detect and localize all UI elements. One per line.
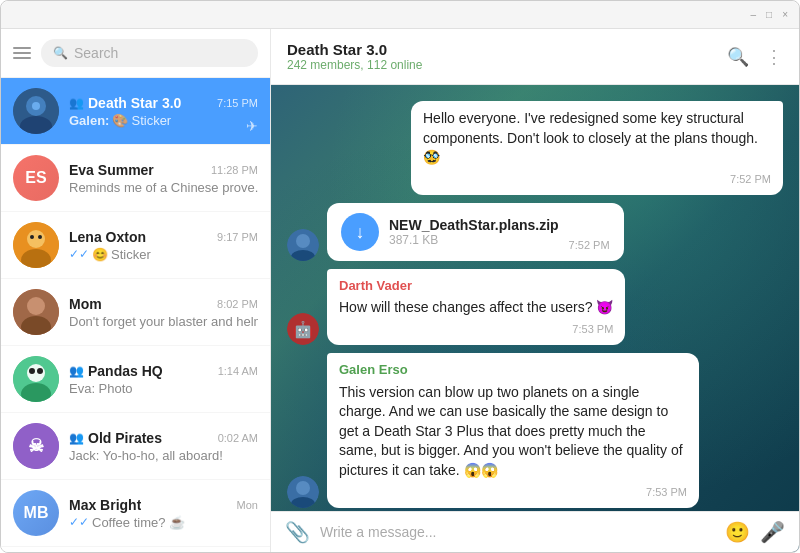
message-avatar [287, 476, 319, 508]
message-time: 7:53 PM [339, 485, 687, 500]
download-icon: ↓ [356, 222, 365, 243]
preview-text: Don't forget your blaster and helmet [69, 314, 258, 329]
hamburger-icon[interactable] [13, 47, 31, 59]
message-bubble: Galen Erso This version can blow up two … [327, 353, 699, 508]
svg-point-5 [27, 230, 45, 248]
chat-list: 👥 Death Star 3.0 7:15 PM Galen: 🎨 Sticke… [1, 78, 270, 552]
chat-name: Eva Summer [69, 162, 154, 178]
message-sender: Darth Vader [339, 277, 613, 295]
avatar: ☠ [13, 423, 59, 469]
file-size: 387.1 KB [389, 233, 559, 247]
preview-text: Sticker [111, 247, 151, 262]
chat-time: 1:14 AM [218, 365, 258, 377]
svg-point-8 [38, 235, 42, 239]
chat-preview: Eva: Photo [69, 381, 258, 396]
hamburger-line [13, 47, 31, 49]
group-icon: 👥 [69, 364, 84, 378]
file-name: NEW_DeathStar.plans.zip [389, 217, 559, 233]
message-avatar: 🤖 [287, 313, 319, 345]
chat-preview: Galen: 🎨 Sticker [69, 113, 258, 128]
preview-text: Sticker [131, 113, 171, 128]
attach-icon[interactable]: 📎 [285, 520, 310, 544]
message-input[interactable] [320, 524, 715, 540]
preview-sender: Galen: [69, 113, 109, 128]
chat-name: 👥 Old Pirates [69, 430, 162, 446]
preview-icon: 😊 [92, 247, 108, 262]
chat-item-lee[interactable]: Lee Mon We can call it Galaxy Star 7 ;) [1, 547, 270, 552]
message-text: Hello everyone. I've redesigned some key… [423, 109, 771, 168]
preview-icon: 🎨 [112, 113, 128, 128]
avatar [13, 88, 59, 134]
svg-point-13 [27, 364, 45, 382]
message-avatar [287, 229, 319, 261]
close-button[interactable]: × [779, 9, 791, 20]
check-icon: ✓✓ [69, 515, 89, 529]
chat-name-row: Lena Oxton 9:17 PM [69, 229, 258, 245]
chat-name: Mom [69, 296, 102, 312]
search-input[interactable] [74, 45, 246, 61]
chat-header-status: 242 members, 112 online [287, 58, 422, 72]
chat-panel: Death Star 3.0 242 members, 112 online 🔍… [271, 29, 799, 552]
maximize-button[interactable]: □ [763, 9, 775, 20]
chat-item-eva-summer[interactable]: ES Eva Summer 11:28 PM Reminds me of a C… [1, 145, 270, 212]
chat-info: Eva Summer 11:28 PM Reminds me of a Chin… [69, 162, 258, 195]
search-icon[interactable]: 🔍 [727, 46, 749, 68]
file-download-button[interactable]: ↓ [341, 213, 379, 251]
avatar: ES [13, 155, 59, 201]
message-row: Hello everyone. I've redesigned some key… [287, 101, 783, 195]
chat-time: 8:02 PM [217, 298, 258, 310]
chat-time: 9:17 PM [217, 231, 258, 243]
chat-item-pandas-hq[interactable]: 👥 Pandas HQ 1:14 AM Eva: Photo [1, 346, 270, 413]
chat-header-info: Death Star 3.0 242 members, 112 online [287, 41, 422, 72]
chat-preview: Jack: Yo-ho-ho, all aboard! [69, 448, 258, 463]
chat-name-row: Max Bright Mon [69, 497, 258, 513]
chat-item-max-bright[interactable]: MB Max Bright Mon ✓✓ Coffee time? ☕ [1, 480, 270, 547]
chat-preview: Don't forget your blaster and helmet [69, 314, 258, 329]
preview-text: Coffee time? ☕ [92, 515, 185, 530]
mic-icon[interactable]: 🎤 [760, 520, 785, 544]
message-bubble: Darth Vader How will these changes affec… [327, 269, 625, 345]
title-bar: – □ × [1, 1, 799, 29]
hamburger-line [13, 52, 31, 54]
search-icon: 🔍 [53, 46, 68, 60]
avatar: MB [13, 490, 59, 536]
chat-item-mom[interactable]: Mom 8:02 PM Don't forget your blaster an… [1, 279, 270, 346]
chat-header-name: Death Star 3.0 [287, 41, 422, 58]
chat-name-row: Eva Summer 11:28 PM [69, 162, 258, 178]
minimize-button[interactable]: – [748, 9, 760, 20]
check-icon: ✓✓ [69, 247, 89, 261]
chat-item-lena-oxton[interactable]: Lena Oxton 9:17 PM ✓✓ 😊 Sticker [1, 212, 270, 279]
chat-name: Max Bright [69, 497, 141, 513]
preview-text: Eva: Photo [69, 381, 133, 396]
chat-preview: Reminds me of a Chinese prove... 2 [69, 180, 258, 195]
more-options-icon[interactable]: ⋮ [765, 46, 783, 68]
svg-point-31 [296, 481, 310, 495]
message-sender: Galen Erso [339, 361, 687, 379]
message-time: 7:52 PM [569, 239, 610, 251]
messages-area[interactable]: Hello everyone. I've redesigned some key… [271, 85, 799, 511]
file-bubble: ↓ NEW_DeathStar.plans.zip 387.1 KB 7:52 … [327, 203, 624, 261]
chat-time: 11:28 PM [211, 164, 258, 176]
chat-header: Death Star 3.0 242 members, 112 online 🔍… [271, 29, 799, 85]
sidebar-header: 🔍 [1, 29, 270, 78]
chat-name: Lena Oxton [69, 229, 146, 245]
chat-item-old-pirates[interactable]: ☠ 👥 Old Pirates 0:02 AM Jack: Yo-ho-ho, … [1, 413, 270, 480]
emoji-icon[interactable]: 🙂 [725, 520, 750, 544]
chat-name-row: Mom 8:02 PM [69, 296, 258, 312]
message-time: 7:53 PM [339, 322, 613, 337]
app-body: 🔍 👥 [1, 29, 799, 552]
chat-name: 👥 Pandas HQ [69, 363, 163, 379]
search-box[interactable]: 🔍 [41, 39, 258, 67]
hamburger-line [13, 57, 31, 59]
chat-info: Mom 8:02 PM Don't forget your blaster an… [69, 296, 258, 329]
chat-preview: ✓✓ 😊 Sticker [69, 247, 258, 262]
chat-item-death-star[interactable]: 👥 Death Star 3.0 7:15 PM Galen: 🎨 Sticke… [1, 78, 270, 145]
avatar [13, 356, 59, 402]
svg-text:🤖: 🤖 [293, 320, 313, 339]
message-row-file: ↓ NEW_DeathStar.plans.zip 387.1 KB 7:52 … [287, 203, 783, 261]
chat-name-row: 👥 Pandas HQ 1:14 AM [69, 363, 258, 379]
message-row-darth: 🤖 Darth Vader How will these changes aff… [287, 269, 783, 345]
message-input-area: 📎 🙂 🎤 [271, 511, 799, 552]
window-controls: – □ × [748, 9, 791, 20]
chat-info: 👥 Death Star 3.0 7:15 PM Galen: 🎨 Sticke… [69, 95, 258, 128]
